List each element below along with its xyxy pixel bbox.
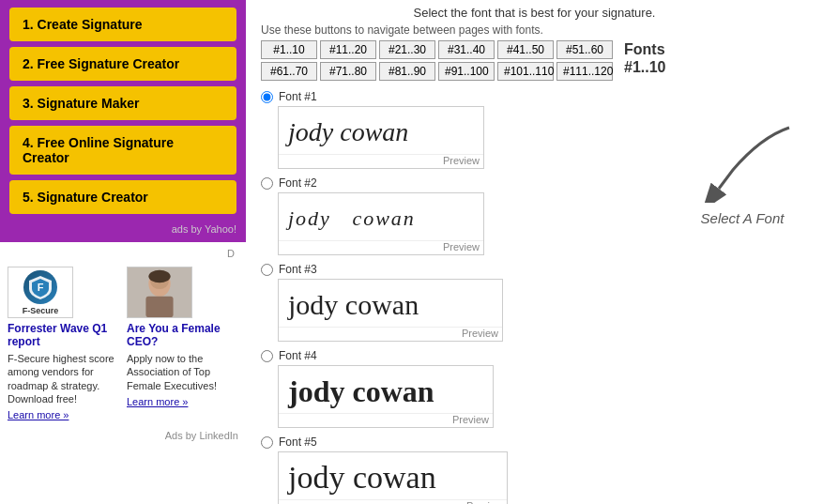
page-nav-grid: #1..10 #11..20 #21..30 #31..40 #41..50 #… (261, 40, 613, 81)
page-buttons-grid: #1..10 #11..20 #21..30 #31..40 #41..50 #… (261, 40, 613, 81)
svg-point-5 (148, 270, 170, 283)
ad-cards-container: F F-Secure Forrester Wave Q1 report F-Se… (8, 261, 238, 426)
font-name-4: Font #4 (279, 349, 317, 362)
main-content: Select the font that is best for your si… (246, 0, 823, 504)
font-preview-box-1[interactable]: jody cowan Preview (278, 106, 484, 169)
page-btn-101-110[interactable]: #101..110 (497, 62, 554, 81)
ad-female-ceo-link[interactable]: Learn more » (127, 396, 238, 407)
font-label-5: Font #5 (261, 435, 648, 449)
font-signature-1: jody cowan (279, 107, 483, 154)
page-btn-51-60[interactable]: #51..60 (556, 40, 613, 59)
svg-text:F: F (38, 282, 44, 293)
font-radio-2[interactable] (261, 177, 273, 190)
page-btn-81-90[interactable]: #81..90 (379, 62, 435, 81)
select-font-area: Select A Font (677, 118, 808, 226)
font-radio-4[interactable] (261, 350, 273, 362)
page-btn-61-70[interactable]: #61..70 (261, 62, 317, 81)
font-preview-label-5: Preview (279, 499, 507, 504)
left-ads-area: D F F-Secure Forrester Wa (0, 242, 246, 504)
font-name-2: Font #2 (279, 176, 317, 190)
font-signature-2: jody cowan (279, 193, 483, 240)
svg-rect-3 (145, 297, 173, 317)
sidebar-nav: 1. Create Signature 2. Free Signature Cr… (0, 0, 246, 242)
font-preview-label-4: Preview (279, 413, 493, 427)
page-btn-21-30[interactable]: #21..30 (379, 40, 435, 59)
page-btn-41-50[interactable]: #41..50 (497, 40, 554, 59)
font-label-1: Font #1 (261, 90, 648, 103)
font-preview-box-4[interactable]: jody cowan Preview (278, 365, 494, 428)
nav-free-signature-creator[interactable]: 2. Free Signature Creator (9, 47, 236, 81)
font-label-4: Font #4 (261, 349, 648, 362)
font-preview-label-1: Preview (279, 154, 483, 168)
page-header: Select the font that is best for your si… (261, 6, 808, 20)
page-btn-31-40[interactable]: #31..40 (438, 40, 495, 59)
font-preview-box-5[interactable]: jody cowan Preview (278, 451, 508, 504)
ad-card-fsecure: F F-Secure Forrester Wave Q1 report F-Se… (8, 267, 119, 420)
select-font-text: Select A Font (701, 210, 785, 226)
font-label-3: Font #3 (261, 263, 648, 276)
left-column: 1. Create Signature 2. Free Signature Cr… (0, 0, 246, 504)
font-signature-4: jody cowan (279, 366, 493, 413)
page-btn-11-20[interactable]: #11..20 (320, 40, 376, 59)
font-radio-1[interactable] (261, 91, 273, 103)
font-radio-3[interactable] (261, 264, 273, 276)
font-radio-5[interactable] (261, 436, 273, 449)
content-row: Font #1 jody cowan Preview Font #2 jody … (261, 90, 808, 504)
fonts-column: Font #1 jody cowan Preview Font #2 jody … (261, 90, 648, 504)
ad-fsecure-link[interactable]: Learn more » (8, 409, 119, 420)
ad-card-female-ceo: Are You a Female CEO? Apply now to the A… (127, 267, 238, 420)
font-preview-box-2[interactable]: jody cowan Preview (278, 192, 484, 255)
page-nav-section: #1..10 #11..20 #21..30 #31..40 #41..50 #… (261, 40, 808, 81)
font-preview-label-2: Preview (279, 240, 483, 254)
nav-signature-maker[interactable]: 3. Signature Maker (9, 86, 236, 120)
ad-img-female-ceo (127, 267, 192, 318)
font-signature-5: jody cowan (279, 452, 507, 499)
ad-female-ceo-body: Apply now to the Association of Top Fema… (127, 352, 238, 392)
fsecure-logo: F (23, 270, 57, 304)
ad-female-ceo-image (128, 267, 191, 318)
font-name-1: Font #1 (279, 90, 317, 103)
font-item-4: Font #4 jody cowan Preview (261, 349, 648, 428)
font-signature-3: jody cowan (279, 280, 502, 327)
select-font-arrow-icon (677, 118, 808, 203)
page-btn-1-10[interactable]: #1..10 (261, 40, 317, 59)
ad-fsecure-title: Forrester Wave Q1 report (8, 322, 119, 348)
page-btn-71-80[interactable]: #71..80 (320, 62, 376, 81)
ad-fsecure-body: F-Secure highest score among vendors for… (8, 352, 119, 405)
page-layout: 1. Create Signature 2. Free Signature Cr… (0, 0, 823, 504)
ad-female-ceo-title: Are You a Female CEO? (127, 322, 238, 348)
page-btn-111-120[interactable]: #111..120 (556, 62, 613, 81)
nav-create-signature[interactable]: 1. Create Signature (9, 8, 236, 41)
page-btn-91-100[interactable]: #91..100 (438, 62, 495, 81)
ad-disclosure: D (8, 246, 238, 261)
nav-pages-label: Use these buttons to navigate between pa… (261, 23, 808, 37)
ads-by-linkedin: Ads by LinkedIn (8, 430, 238, 441)
ad-img-fsecure: F F-Secure (8, 267, 73, 318)
font-name-5: Font #5 (279, 435, 317, 449)
fonts-range-label: Fonts #1..10 (624, 40, 665, 76)
nav-free-online-signature-creator[interactable]: 4. Free Online Signature Creator (9, 126, 236, 175)
font-item-5: Font #5 jody cowan Preview (261, 435, 648, 504)
fsecure-shield-icon: F (27, 274, 53, 300)
font-name-3: Font #3 (279, 263, 317, 276)
font-preview-label-3: Preview (279, 327, 502, 341)
font-label-2: Font #2 (261, 176, 648, 190)
ads-by-yahoo: ads by Yahoo! (9, 223, 236, 235)
font-item-1: Font #1 jody cowan Preview (261, 90, 648, 169)
font-item-3: Font #3 jody cowan Preview (261, 263, 648, 342)
nav-signature-creator[interactable]: 5. Signature Creator (9, 180, 236, 214)
font-preview-box-3[interactable]: jody cowan Preview (278, 279, 503, 342)
font-item-2: Font #2 jody cowan Preview (261, 176, 648, 255)
